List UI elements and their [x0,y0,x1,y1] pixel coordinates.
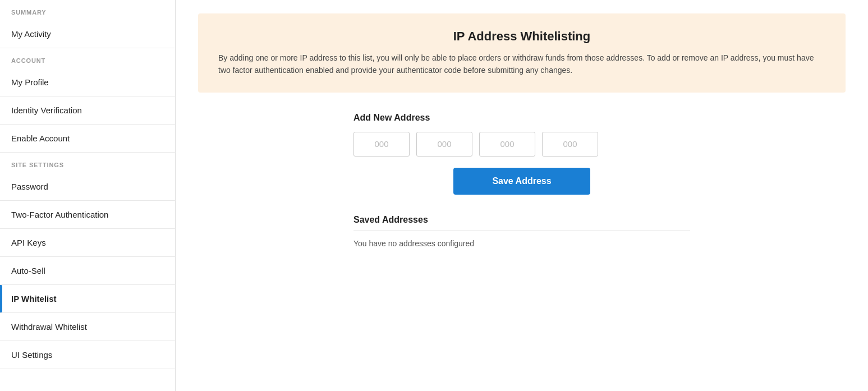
sidebar-item-my-activity[interactable]: My Activity [0,20,175,48]
sidebar-item-label: Identity Verification [11,105,82,115]
sidebar-item-label: Auto-Sell [11,266,45,275]
ip-octet-3[interactable] [479,132,535,157]
sidebar-item-ip-whitelist[interactable]: IP Whitelist [0,285,175,313]
sidebar-item-label: UI Settings [11,350,52,360]
sidebar-item-my-profile[interactable]: My Profile [0,68,175,96]
sidebar-item-password[interactable]: Password [0,173,175,201]
ip-input-group [353,132,690,157]
sidebar-item-label: API Keys [11,238,46,247]
main-content: IP Address Whitelisting By adding one or… [176,0,868,391]
info-banner: IP Address Whitelisting By adding one or… [198,13,846,93]
sidebar-item-two-factor[interactable]: Two-Factor Authentication [0,201,175,229]
sidebar-item-label: IP Whitelist [11,294,57,303]
banner-title: IP Address Whitelisting [218,29,825,44]
banner-text: By adding one or more IP address to this… [218,52,825,77]
add-new-address-label: Add New Address [353,113,690,123]
ip-octet-1[interactable] [353,132,410,157]
saved-addresses-divider [353,231,690,231]
sidebar-item-label: My Profile [11,77,49,87]
ip-octet-2[interactable] [416,132,472,157]
saved-addresses-section: Saved Addresses You have no addresses co… [353,215,690,248]
ip-octet-4[interactable] [542,132,598,157]
add-address-section: Add New Address Save Address [198,113,846,215]
sidebar-item-label: Enable Account [11,134,70,143]
sidebar-item-label: Withdrawal Whitelist [11,322,87,332]
summary-section-label: SUMMARY [0,0,175,20]
site-settings-section-label: SITE SETTINGS [0,153,175,173]
saved-addresses-label: Saved Addresses [353,215,690,225]
sidebar-item-enable-account[interactable]: Enable Account [0,125,175,153]
account-section-label: ACCOUNT [0,48,175,68]
sidebar-item-identity-verification[interactable]: Identity Verification [0,96,175,125]
sidebar-item-label: Two-Factor Authentication [11,210,108,219]
sidebar-item-label: My Activity [11,29,51,39]
sidebar-item-api-keys[interactable]: API Keys [0,229,175,257]
sidebar-item-ui-settings[interactable]: UI Settings [0,341,175,369]
sidebar-item-auto-sell[interactable]: Auto-Sell [0,257,175,285]
sidebar: SUMMARY My Activity ACCOUNT My Profile I… [0,0,176,391]
sidebar-item-withdrawal-whitelist[interactable]: Withdrawal Whitelist [0,313,175,341]
save-address-button[interactable]: Save Address [453,168,590,195]
no-addresses-text: You have no addresses configured [353,239,690,248]
sidebar-item-label: Password [11,182,48,191]
